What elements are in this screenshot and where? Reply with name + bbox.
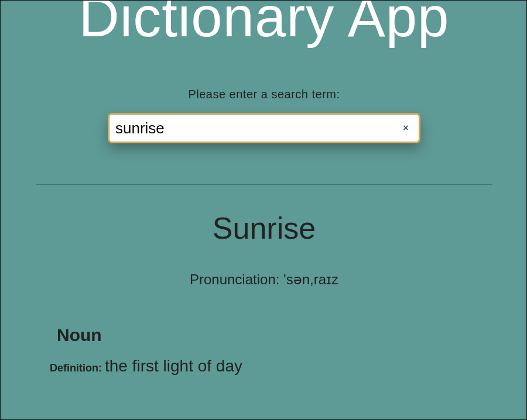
close-icon: × <box>403 123 408 133</box>
divider <box>36 184 492 185</box>
search-input-row: × <box>109 114 419 142</box>
search-area: Please enter a search term: × <box>24 88 504 142</box>
search-label: Please enter a search term: <box>24 88 504 101</box>
app-title: Dictionary App <box>24 0 504 36</box>
pronunciation-label: Pronunciation: <box>190 271 283 287</box>
result-pronunciation: Pronunciation: 'sən,raɪz <box>24 271 504 288</box>
definition-row: Definition: the first light of day <box>50 357 504 376</box>
part-of-speech: Noun <box>57 325 504 345</box>
pronunciation-value: 'sən,raɪz <box>283 271 338 287</box>
app-root: Dictionary App Please enter a search ter… <box>1 0 527 417</box>
definition-label: Definition: <box>50 362 105 374</box>
definition-text: the first light of day <box>105 357 242 375</box>
clear-input-button[interactable]: × <box>401 123 411 133</box>
search-input[interactable] <box>109 114 419 142</box>
result-word: Sunrise <box>24 211 504 246</box>
